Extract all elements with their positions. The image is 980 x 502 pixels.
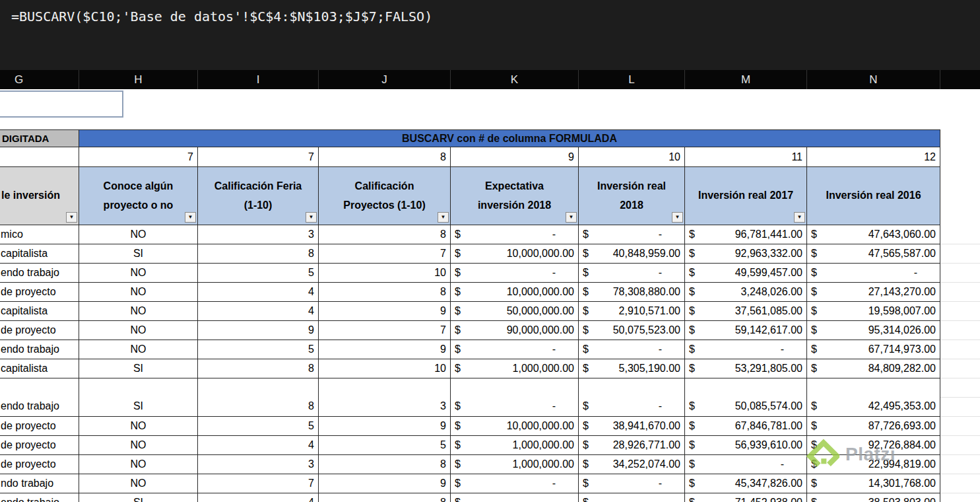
cell-n[interactable]: $67,714,973.00: [807, 340, 940, 359]
column-header-m[interactable]: M: [685, 70, 807, 89]
cell-i[interactable]: 5: [198, 340, 319, 359]
formula-bar[interactable]: =BUSCARV($C10;'Base de datos'!$C$4:$N$10…: [0, 0, 980, 70]
column-header-i[interactable]: I: [198, 70, 319, 89]
cell-i[interactable]: 4: [198, 436, 319, 455]
cell-k[interactable]: $-: [451, 225, 579, 244]
header-calificacion-feria[interactable]: Calificación Feria (1-10) ▼: [198, 167, 319, 225]
cell-l[interactable]: $-: [579, 225, 685, 244]
cell-l[interactable]: $28,926,771.00: [579, 436, 685, 455]
cell-number-j[interactable]: 8: [319, 147, 451, 167]
cell-h[interactable]: SI: [79, 493, 198, 502]
cell-number-m[interactable]: 11: [685, 147, 807, 167]
cell-k[interactable]: $10,000,000.00: [451, 417, 579, 436]
cell-l[interactable]: $40,848,959.00: [579, 244, 685, 264]
cell-n[interactable]: $14,301,768.00: [807, 474, 940, 493]
cell-m[interactable]: $92,963,332.00: [685, 244, 807, 264]
filter-dropdown-icon[interactable]: ▼: [794, 212, 805, 223]
cell-l[interactable]: $-: [579, 493, 685, 502]
cell-k[interactable]: $1,000,000.00: [451, 436, 579, 455]
cell-h[interactable]: SI: [79, 378, 198, 417]
cell-m[interactable]: $59,142,617.00: [685, 321, 807, 340]
cell-h[interactable]: NO: [79, 455, 198, 474]
cell-i[interactable]: 4: [198, 302, 319, 321]
cell-g[interactable]: de proyecto: [0, 321, 79, 340]
cell-number-l[interactable]: 10: [579, 147, 685, 167]
cell-j[interactable]: 10: [319, 359, 451, 378]
cell-i[interactable]: 9: [198, 321, 319, 340]
cell-g[interactable]: endo trabajo: [0, 340, 79, 359]
cell-n[interactable]: $92,726,884.00: [807, 436, 940, 455]
cell-i[interactable]: 4: [198, 493, 319, 502]
cell-h[interactable]: NO: [79, 321, 198, 340]
column-header-k[interactable]: K: [451, 70, 579, 89]
cell-k[interactable]: $1,000,000.00: [451, 359, 579, 378]
cell-m[interactable]: $45,347,826.00: [685, 474, 807, 493]
cell-h[interactable]: NO: [79, 225, 198, 244]
cell-j[interactable]: 10: [319, 264, 451, 283]
cell-n[interactable]: $22,994,819.00: [807, 455, 940, 474]
cell-l[interactable]: $-: [579, 340, 685, 359]
cell-n[interactable]: $47,565,587.00: [807, 244, 940, 264]
cell-h[interactable]: NO: [79, 474, 198, 493]
header-inversion-real-2016[interactable]: Inversión real 2016: [807, 167, 940, 225]
filter-dropdown-icon[interactable]: ▼: [566, 212, 577, 223]
header-expectativa-inversion[interactable]: Expectativa inversión 2018 ▼: [451, 167, 579, 225]
cell-j[interactable]: 9: [319, 302, 451, 321]
cell-k[interactable]: $10,000,000.00: [451, 244, 579, 264]
column-header-n[interactable]: N: [807, 70, 940, 89]
cell-l[interactable]: $34,252,074.00: [579, 455, 685, 474]
cell-m[interactable]: $49,599,457.00: [685, 264, 807, 283]
cell-n[interactable]: $95,314,026.00: [807, 321, 940, 340]
header-inversion-real-2017[interactable]: Inversión real 2017 ▼: [685, 167, 807, 225]
header-conoce-proyecto[interactable]: Conoce algún proyecto o no ▼: [79, 167, 198, 225]
cell-j[interactable]: 8: [319, 225, 451, 244]
cell-g[interactable]: capitalista: [0, 302, 79, 321]
column-header-l[interactable]: L: [579, 70, 685, 89]
cell-k[interactable]: $-: [451, 474, 579, 493]
cell-n[interactable]: $38,503,803.00: [807, 493, 940, 502]
cell-m[interactable]: $56,939,610.00: [685, 436, 807, 455]
cell-i[interactable]: 7: [198, 474, 319, 493]
column-header-h[interactable]: H: [79, 70, 198, 89]
cell-m[interactable]: $-: [685, 455, 807, 474]
cell-j[interactable]: 7: [319, 244, 451, 264]
cell-g[interactable]: de proyecto: [0, 283, 79, 302]
cell-j[interactable]: 5: [319, 436, 451, 455]
cell-h[interactable]: NO: [79, 264, 198, 283]
cell-g[interactable]: mico: [0, 225, 79, 244]
cell-i[interactable]: 5: [198, 417, 319, 436]
cell-number-k[interactable]: 9: [451, 147, 579, 167]
cell-l[interactable]: $2,910,571.00: [579, 302, 685, 321]
cell-g[interactable]: ndo trabajo: [0, 474, 79, 493]
header-calificacion-proyectos[interactable]: Calificación Proyectos (1-10) ▼: [319, 167, 451, 225]
cell-k[interactable]: $50,000,000.00: [451, 302, 579, 321]
cell-k[interactable]: $1,000,000.00: [451, 455, 579, 474]
cell-g[interactable]: de proyecto: [0, 455, 79, 474]
cell-m[interactable]: $-: [685, 340, 807, 359]
header-inversion-real-2018[interactable]: Inversión real 2018 ▼: [579, 167, 685, 225]
cell-k[interactable]: $-: [451, 340, 579, 359]
cell-g[interactable]: capitalista: [0, 359, 79, 378]
cell-g[interactable]: endo trabajo: [0, 264, 79, 283]
cell-m[interactable]: $96,781,441.00: [685, 225, 807, 244]
cell-k[interactable]: $-: [451, 493, 579, 502]
cell-n[interactable]: $27,143,270.00: [807, 283, 940, 302]
cell-i[interactable]: 8: [198, 378, 319, 417]
cell-n[interactable]: $42,495,353.00: [807, 378, 940, 417]
filter-dropdown-icon[interactable]: ▼: [66, 212, 77, 223]
cell-l[interactable]: $-: [579, 378, 685, 417]
cell-h[interactable]: NO: [79, 417, 198, 436]
banner-title-cell[interactable]: BUSCARV con # de columna FORMULADA: [79, 130, 940, 147]
cell-m[interactable]: $3,248,026.00: [685, 283, 807, 302]
cell-m[interactable]: $53,291,805.00: [685, 359, 807, 378]
cell-m[interactable]: $67,846,781.00: [685, 417, 807, 436]
cell-l[interactable]: $78,308,880.00: [579, 283, 685, 302]
cell-number-n[interactable]: 12: [807, 147, 940, 167]
cell-h[interactable]: NO: [79, 340, 198, 359]
cell-j[interactable]: 9: [319, 474, 451, 493]
filter-dropdown-icon[interactable]: ▼: [185, 212, 196, 223]
cell-l[interactable]: $5,305,190.00: [579, 359, 685, 378]
filter-dropdown-icon[interactable]: ▼: [306, 212, 317, 223]
column-header-g[interactable]: G: [0, 70, 79, 89]
cell-h[interactable]: NO: [79, 302, 198, 321]
